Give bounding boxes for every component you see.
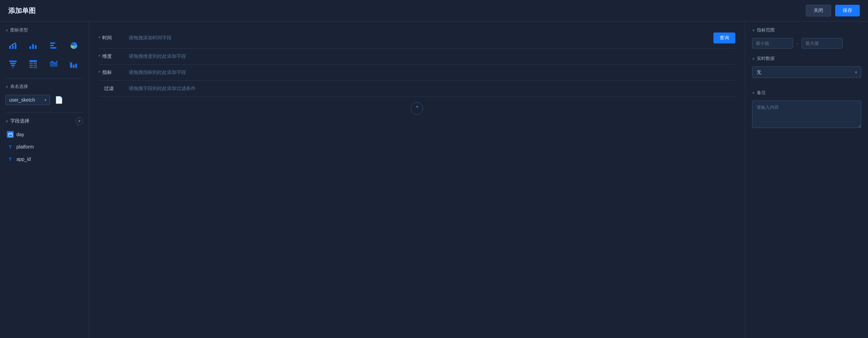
svg-rect-2 [15,44,16,49]
document-icon[interactable]: 📄 [53,94,64,105]
chart-icon-double-bar[interactable] [66,56,81,72]
filter-row-label: 过滤 [98,86,126,92]
chart-type-label: 图标类型 [10,27,28,33]
page-title: 添加单图 [8,6,36,15]
chevron-down-icon-4: ∨ [752,28,755,32]
svg-rect-16 [12,67,14,68]
query-button[interactable]: 查询 [713,32,735,43]
field-name-platform: platform [16,144,34,150]
range-separator: - [797,41,798,46]
notes-section: ∨ 备注 [752,90,861,129]
dimension-label: 维度 [102,53,112,60]
main-layout: ∨ 图标类型 [0,22,868,338]
field-rows: * 时间 请拖拽添加时间字段 查询 * 维度 请拖拽维度到此处添加字段 * 指标 [98,28,735,97]
svg-rect-26 [75,64,77,67]
table-select-section-header[interactable]: ∨ 表名选择 [5,83,83,90]
header-buttons: 关闭 保存 [806,5,860,16]
chart-icon-horizontal-bar[interactable] [46,38,61,53]
field-name-appid: app_id [16,156,31,162]
min-value-input[interactable] [752,38,793,49]
text-type-icon-2: T [7,156,14,162]
svg-point-4 [12,44,13,45]
svg-rect-17 [29,60,37,62]
realtime-select[interactable]: 无 实时 延迟 [752,66,861,78]
filter-placeholder: 请拖拽字段到此处添加过滤条件 [126,86,735,92]
required-star-dim: * [98,54,100,59]
svg-rect-6 [29,46,31,49]
svg-rect-23 [34,67,37,68]
sidebar: ∨ 图标类型 [0,22,89,338]
field-section-title[interactable]: ∨ 字段选择 [5,118,29,124]
metrics-range-label: 指标范围 [757,27,775,33]
required-star-metric: * [98,70,100,75]
chevron-down-icon-2: ∨ [5,84,8,89]
table-select-input[interactable]: user_sketch [5,95,50,105]
svg-rect-13 [9,61,17,62]
field-name-day: day [16,132,24,137]
dimension-field-row: * 维度 请拖拽维度到此处添加字段 [98,49,735,65]
svg-rect-29 [9,133,12,136]
time-field-row: * 时间 请拖拽添加时间字段 查询 [98,28,735,49]
chart-icon-line-bar[interactable] [5,38,21,53]
svg-rect-22 [29,67,33,68]
chevron-up-icon: ⌃ [415,105,420,112]
chart-icon-bar[interactable] [26,38,41,53]
svg-rect-21 [34,65,37,66]
metrics-range-header[interactable]: ∨ 指标范围 [752,27,861,33]
table-select-label: 表名选择 [10,83,28,90]
svg-rect-0 [9,47,11,49]
divider-1 [5,78,83,79]
metric-placeholder: 请拖拽指标到此处添加字段 [126,69,735,76]
chart-type-section-header[interactable]: ∨ 图标类型 [5,27,83,33]
required-star-time: * [98,35,100,41]
collapse-button[interactable]: ⌃ [411,102,423,115]
field-select-label: 字段选择 [10,118,29,124]
max-value-input[interactable] [802,38,843,49]
list-item[interactable]: T app_id [5,153,83,165]
add-field-button[interactable]: + [76,117,83,125]
time-row-label: * 时间 [98,35,126,41]
chart-icon-area[interactable] [46,56,61,72]
chart-icon-table[interactable] [26,56,41,72]
svg-rect-14 [10,63,16,64]
right-panel: ∨ 指标范围 - ∨ 实时数据 无 实时 延迟 [745,22,868,338]
divider-2 [5,112,83,113]
filter-label: 过滤 [104,86,114,92]
range-row: - [752,38,861,49]
save-button[interactable]: 保存 [835,5,860,16]
realtime-label: 实时数据 [757,55,775,62]
header: 添加单图 关闭 保存 [0,0,868,22]
svg-rect-10 [50,45,54,46]
chart-icon-pie[interactable] [66,38,81,53]
svg-point-3 [10,46,11,47]
list-item[interactable]: T platform [5,141,83,153]
table-select-wrapper[interactable]: user_sketch [5,95,50,105]
field-section-header: ∨ 字段选择 + [5,117,83,125]
list-item[interactable]: day [5,128,83,141]
notes-section-header[interactable]: ∨ 备注 [752,90,861,96]
notes-label: 备注 [757,90,766,96]
realtime-select-wrapper[interactable]: 无 实时 延迟 [752,66,861,78]
svg-rect-1 [12,46,14,49]
svg-rect-19 [34,63,37,64]
realtime-section-header[interactable]: ∨ 实时数据 [752,55,861,62]
center-panel: * 时间 请拖拽添加时间字段 查询 * 维度 请拖拽维度到此处添加字段 * 指标 [89,22,745,338]
close-button[interactable]: 关闭 [806,5,831,16]
dimension-row-label: * 维度 [98,53,126,60]
chart-icon-funnel[interactable] [5,56,21,72]
metric-row-label: * 指标 [98,69,126,76]
svg-rect-11 [50,47,56,49]
field-select-section: ∨ 字段选择 + day T [5,117,83,165]
svg-rect-15 [11,65,15,66]
time-placeholder: 请拖拽添加时间字段 [126,35,708,41]
svg-point-5 [15,43,16,44]
svg-rect-18 [29,63,33,64]
table-select-section: ∨ 表名选择 user_sketch 📄 [5,83,83,105]
svg-rect-8 [35,45,37,49]
svg-rect-25 [73,65,75,67]
chevron-down-icon-5: ∨ [752,56,755,61]
metric-field-row: * 指标 请拖拽指标到此处添加字段 [98,65,735,81]
svg-rect-9 [50,42,55,44]
notes-textarea[interactable] [752,101,861,128]
calendar-icon [7,131,14,138]
